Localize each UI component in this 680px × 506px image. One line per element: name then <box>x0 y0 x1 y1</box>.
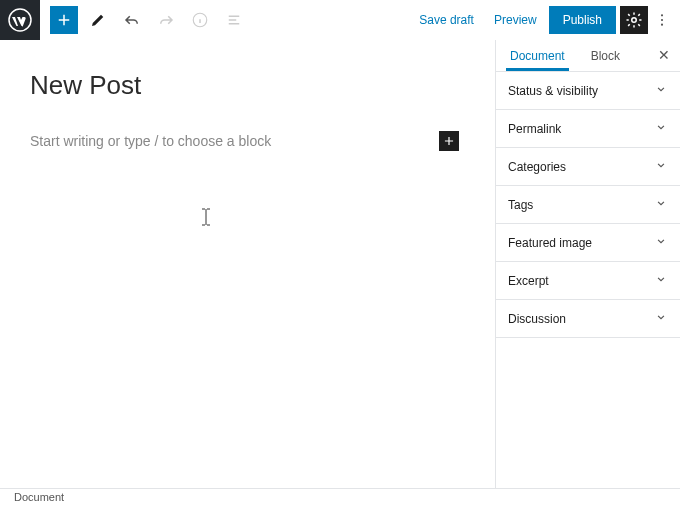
outline-button <box>220 6 248 34</box>
chevron-down-icon <box>654 310 668 327</box>
info-button <box>186 6 214 34</box>
settings-button[interactable] <box>620 6 648 34</box>
undo-button[interactable] <box>118 6 146 34</box>
chevron-down-icon <box>654 234 668 251</box>
svg-point-4 <box>661 19 663 21</box>
panel-tags[interactable]: Tags <box>496 186 680 224</box>
tab-document[interactable]: Document <box>506 41 569 71</box>
text-cursor-icon <box>200 208 212 231</box>
more-menu-button[interactable] <box>652 6 672 34</box>
info-icon <box>191 11 209 29</box>
panel-excerpt[interactable]: Excerpt <box>496 262 680 300</box>
chevron-down-icon <box>654 82 668 99</box>
toolbar-left-group <box>40 6 248 34</box>
editor-canvas[interactable]: New Post Start writing or type / to choo… <box>0 40 495 488</box>
svg-point-5 <box>661 24 663 26</box>
pencil-icon <box>89 11 107 29</box>
kebab-icon <box>654 12 670 28</box>
redo-icon <box>157 11 175 29</box>
plus-icon <box>55 11 73 29</box>
panel-label: Tags <box>508 198 533 212</box>
publish-button[interactable]: Publish <box>549 6 616 34</box>
save-draft-button[interactable]: Save draft <box>411 7 482 33</box>
close-sidebar-button[interactable]: ✕ <box>658 48 670 62</box>
close-icon: ✕ <box>658 47 670 63</box>
sidebar-tabs: Document Block ✕ <box>496 40 680 72</box>
svg-point-2 <box>632 18 637 23</box>
content-block-row: Start writing or type / to choose a bloc… <box>30 131 465 151</box>
panel-categories[interactable]: Categories <box>496 148 680 186</box>
settings-sidebar: Document Block ✕ Status & visibility Per… <box>495 40 680 488</box>
undo-icon <box>123 11 141 29</box>
preview-button[interactable]: Preview <box>486 7 545 33</box>
panel-featured-image[interactable]: Featured image <box>496 224 680 262</box>
post-title-input[interactable]: New Post <box>30 70 465 101</box>
panel-permalink[interactable]: Permalink <box>496 110 680 148</box>
breadcrumb-item: Document <box>14 491 64 503</box>
chevron-down-icon <box>654 120 668 137</box>
toolbar-right-group: Save draft Preview Publish <box>411 0 672 40</box>
content-placeholder[interactable]: Start writing or type / to choose a bloc… <box>30 133 271 149</box>
chevron-down-icon <box>654 272 668 289</box>
panel-label: Excerpt <box>508 274 549 288</box>
panel-label: Discussion <box>508 312 566 326</box>
inline-add-block-button[interactable] <box>439 131 459 151</box>
panel-label: Status & visibility <box>508 84 598 98</box>
panel-label: Featured image <box>508 236 592 250</box>
redo-button <box>152 6 180 34</box>
gear-icon <box>625 11 643 29</box>
panel-status-visibility[interactable]: Status & visibility <box>496 72 680 110</box>
wordpress-icon <box>8 8 32 32</box>
edit-mode-button[interactable] <box>84 6 112 34</box>
footer-breadcrumb[interactable]: Document <box>0 488 680 506</box>
plus-icon <box>442 134 456 148</box>
chevron-down-icon <box>654 158 668 175</box>
svg-point-3 <box>661 14 663 16</box>
tab-block[interactable]: Block <box>587 41 624 71</box>
chevron-down-icon <box>654 196 668 213</box>
panel-label: Categories <box>508 160 566 174</box>
wordpress-logo[interactable] <box>0 0 40 40</box>
add-block-button[interactable] <box>50 6 78 34</box>
list-icon <box>225 11 243 29</box>
panel-discussion[interactable]: Discussion <box>496 300 680 338</box>
panel-label: Permalink <box>508 122 561 136</box>
top-toolbar: Save draft Preview Publish <box>0 0 680 40</box>
